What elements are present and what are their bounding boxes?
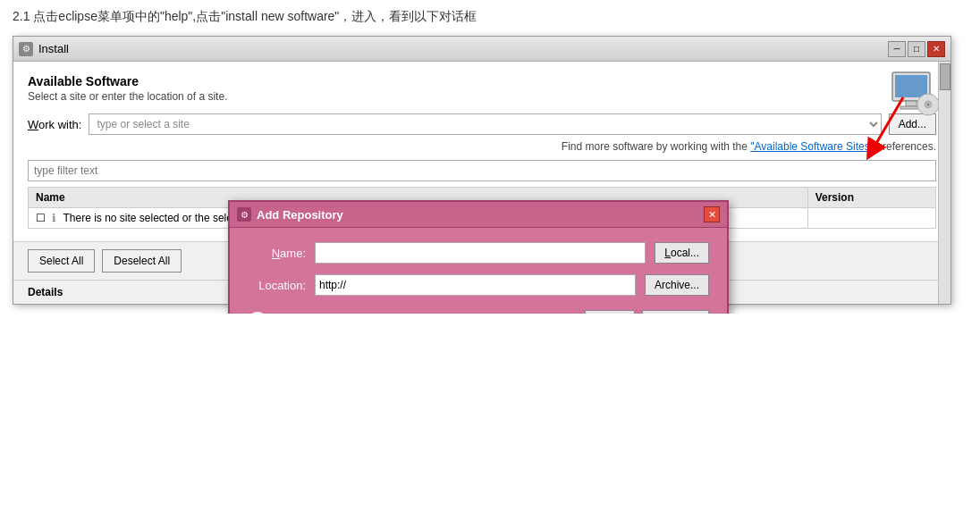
repo-footer: ? OK Cancel (248, 310, 709, 314)
computer-icon (888, 71, 942, 120)
add-repo-titlebar-left: ⚙ Add Repository (237, 207, 343, 222)
maximize-btn[interactable]: □ (908, 41, 925, 57)
add-repo-body: Name: Local... Location: Archive... ? OK (230, 228, 727, 314)
add-repo-close-btn[interactable]: ✕ (704, 206, 720, 222)
work-with-label: Work with: (28, 118, 81, 131)
close-btn[interactable]: ✕ (927, 41, 945, 57)
location-input[interactable] (315, 274, 636, 296)
titlebar-left: ⚙ Install (19, 42, 69, 56)
local-btn[interactable]: Local... (655, 242, 709, 264)
name-row: Name: Local... (248, 242, 709, 264)
available-software-subtitle: Select a site or enter the location of a… (28, 90, 936, 103)
svg-rect-1 (895, 75, 927, 97)
work-with-row: Work with: type or select a site Add... (28, 113, 936, 135)
add-repo-dialog: ⚙ Add Repository ✕ Name: Local... (228, 200, 729, 314)
install-dialog: ⚙ Install ─ □ ✕ (13, 36, 951, 305)
info-icon: ℹ (52, 212, 56, 224)
scrollbar-thumb[interactable] (940, 63, 950, 90)
scrollbar[interactable] (938, 62, 950, 304)
col-version: Version (807, 188, 935, 208)
cancel-btn[interactable]: Cancel (642, 310, 709, 314)
archive-btn[interactable]: Archive... (645, 274, 709, 296)
location-row: Location: Archive... (248, 274, 709, 296)
find-more-row: Find more software by working with the "… (28, 140, 936, 153)
filter-input[interactable] (28, 160, 936, 181)
available-software-sites-link[interactable]: "Available Software Sites" (750, 140, 874, 153)
deselect-all-btn[interactable]: Deselect All (102, 249, 182, 273)
install-dialog-icon: ⚙ (19, 42, 33, 56)
help-icon[interactable]: ? (248, 312, 267, 314)
select-all-btn[interactable]: Select All (28, 249, 95, 273)
install-dialog-body: Available Software Select a site or ente… (13, 62, 950, 241)
instruction-text: 2.1 点击eclipse菜单项中的"help",点击"install new … (13, 9, 967, 25)
name-label: Name: (248, 247, 306, 260)
ok-btn[interactable]: OK (585, 310, 634, 314)
minimize-btn[interactable]: ─ (888, 41, 906, 57)
add-repo-title: Add Repository (257, 208, 343, 222)
table-cell-version (807, 208, 935, 229)
install-dialog-title: Install (38, 42, 69, 55)
add-repo-icon: ⚙ (237, 207, 251, 222)
available-software-title: Available Software (28, 74, 936, 88)
install-dialog-titlebar: ⚙ Install ─ □ ✕ (13, 37, 950, 62)
svg-point-6 (927, 104, 930, 106)
add-repo-titlebar: ⚙ Add Repository ✕ (230, 202, 727, 228)
name-input[interactable] (315, 242, 646, 264)
dialog-controls: ─ □ ✕ (888, 41, 945, 57)
location-label: Location: (248, 279, 306, 292)
site-select[interactable]: type or select a site (89, 113, 881, 135)
svg-rect-2 (906, 101, 917, 106)
checkbox[interactable]: ☐ (36, 212, 46, 224)
